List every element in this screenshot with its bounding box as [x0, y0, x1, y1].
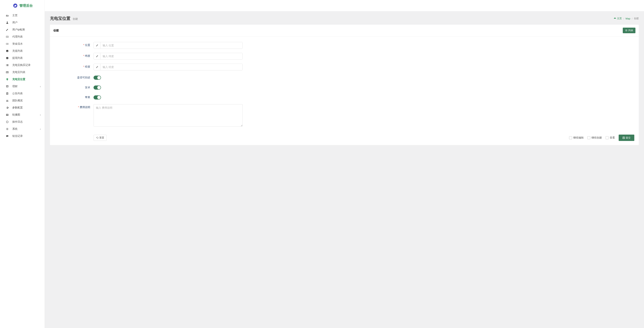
- continue-create-label: 继续创建: [592, 136, 602, 139]
- sidebar-item-label: 充电宝购买记录: [12, 64, 30, 67]
- sidebar-item-params[interactable]: 参数配置: [0, 104, 44, 111]
- form-row-location: *位置: [54, 42, 634, 49]
- sidebar-item-powerbank-list[interactable]: 充电宝列表: [0, 69, 44, 76]
- pin-icon: [6, 78, 9, 81]
- svg-point-24: [7, 79, 8, 80]
- cog-icon: [6, 127, 9, 131]
- user-icon: [6, 21, 9, 24]
- sidebar-item-system[interactable]: 系统 ‹: [0, 125, 44, 132]
- sidebar-item-label: 代理列表: [12, 35, 23, 39]
- view-label: 查看: [610, 136, 615, 139]
- sidebar-item-recharge[interactable]: A 充值列表: [0, 47, 44, 55]
- sidebar-item-withdraw[interactable]: 提现列表: [0, 55, 44, 62]
- sidebar-item-finance[interactable]: 理财 ‹: [0, 83, 44, 90]
- chat-icon: [6, 134, 9, 138]
- sidebar-item-announcements[interactable]: 公告列表: [0, 90, 44, 97]
- check-icon: [6, 56, 9, 60]
- svg-point-7: [6, 37, 7, 37]
- svg-rect-4: [8, 15, 8, 17]
- card-header: 创建 列表: [50, 25, 639, 36]
- breadcrumb-home-label: 主页: [617, 17, 622, 20]
- breadcrumb-home[interactable]: 主页: [614, 17, 622, 20]
- submit-button[interactable]: 提交: [619, 135, 634, 141]
- svg-rect-47: [623, 138, 624, 139]
- svg-point-32: [8, 100, 8, 101]
- svg-point-11: [7, 44, 8, 44]
- sidebar-item-label: 充电宝列表: [12, 71, 25, 74]
- sidebar: 管理后台 主页 用户 用户ip检测 代理列表 资金流水: [0, 0, 45, 328]
- svg-rect-18: [7, 65, 8, 65]
- form-row-fee-desc: *费用说明: [54, 104, 634, 127]
- svg-rect-46: [623, 137, 624, 137]
- svg-rect-10: [6, 43, 8, 45]
- sidebar-item-label: 资金流水: [12, 42, 23, 46]
- sidebar-item-label: 短信记录: [12, 134, 23, 138]
- sidebar-item-team[interactable]: 团队概览: [0, 97, 44, 104]
- doc-icon: [6, 92, 9, 95]
- app-layout: 管理后台 主页 用户 用户ip检测 代理列表 资金流水: [0, 0, 644, 328]
- sidebar-item-carousel[interactable]: 轮播图 ‹: [0, 111, 44, 118]
- svg-rect-43: [625, 30, 628, 31]
- input-group-latitude: [94, 53, 242, 60]
- sidebar-item-label: 提现列表: [12, 56, 23, 60]
- sidebar-item-powerbank-location[interactable]: 充电宝位置: [0, 76, 44, 83]
- chevron-left-icon: ‹: [40, 113, 41, 116]
- sidebar-item-sms[interactable]: 短信记录: [0, 132, 44, 140]
- list-button[interactable]: 列表: [623, 28, 636, 33]
- svg-point-37: [7, 136, 7, 136]
- view-checkbox[interactable]: 查看: [606, 136, 615, 139]
- page-title: 充电宝位置: [50, 16, 70, 21]
- circle-icon: [6, 120, 9, 124]
- list-icon: [6, 64, 9, 67]
- input-group-longitude: [94, 64, 242, 70]
- sidebar-item-purchase-records[interactable]: 充电宝购买记录: [0, 62, 44, 69]
- svg-rect-8: [7, 36, 8, 37]
- svg-rect-44: [625, 31, 628, 31]
- sidebar-item-label: 参数配置: [12, 106, 23, 109]
- android-toggle[interactable]: [94, 85, 101, 90]
- svg-point-35: [6, 121, 8, 123]
- fee-desc-textarea[interactable]: [94, 104, 242, 127]
- reset-button[interactable]: 重置: [94, 135, 106, 141]
- form-row-latitude: *纬度: [54, 53, 634, 60]
- checkbox-icon: [587, 136, 590, 139]
- breadcrumb: 主页 / Map / 创建: [614, 17, 639, 20]
- form-footer: 重置 继续编辑 继续创建: [50, 132, 639, 145]
- dashboard-icon: [614, 17, 616, 20]
- svg-rect-20: [7, 66, 8, 66]
- sidebar-item-label: 充电宝位置: [12, 78, 25, 81]
- pencil-icon: [94, 42, 100, 49]
- sidebar-item-ip-detect[interactable]: 用户ip检测: [0, 26, 44, 33]
- label-latitude: *纬度: [54, 53, 94, 58]
- sidebar-item-users[interactable]: 用户: [0, 19, 44, 26]
- continue-edit-checkbox[interactable]: 继续编辑: [569, 136, 584, 139]
- returnable-toggle[interactable]: [94, 76, 101, 80]
- sidebar-item-home[interactable]: 主页: [0, 12, 44, 19]
- sidebar-item-funds[interactable]: 资金流水: [0, 40, 44, 47]
- sidebar-item-agents[interactable]: 代理列表: [0, 33, 44, 40]
- form-card: 创建 列表 *位置: [50, 25, 639, 145]
- svg-point-36: [7, 129, 8, 129]
- group-icon: [6, 99, 9, 102]
- continue-create-checkbox[interactable]: 继续创建: [587, 136, 602, 139]
- save-icon: [622, 136, 625, 139]
- form-row-apple: 苹果: [54, 94, 634, 100]
- pencil-icon: [94, 64, 100, 70]
- sidebar-item-logs[interactable]: 操作日志: [0, 118, 44, 125]
- svg-rect-26: [6, 86, 8, 87]
- sidebar-item-label: 轮播图: [12, 113, 20, 116]
- svg-rect-15: [6, 64, 6, 65]
- longitude-input[interactable]: [100, 64, 242, 70]
- sidebar-item-label: 充值列表: [12, 49, 23, 53]
- sidebar-item-label: 用户: [12, 21, 18, 24]
- location-input[interactable]: [100, 42, 242, 49]
- breadcrumb-map[interactable]: Map: [626, 17, 630, 20]
- latitude-input[interactable]: [100, 53, 242, 59]
- form-body: *位置 *纬度: [50, 36, 639, 132]
- apple-toggle[interactable]: [94, 95, 101, 99]
- list2-icon: [6, 71, 9, 74]
- svg-rect-3: [8, 16, 8, 17]
- breadcrumb-current: 创建: [634, 17, 639, 20]
- sidebar-item-label: 主页: [12, 14, 18, 17]
- svg-rect-21: [6, 72, 8, 73]
